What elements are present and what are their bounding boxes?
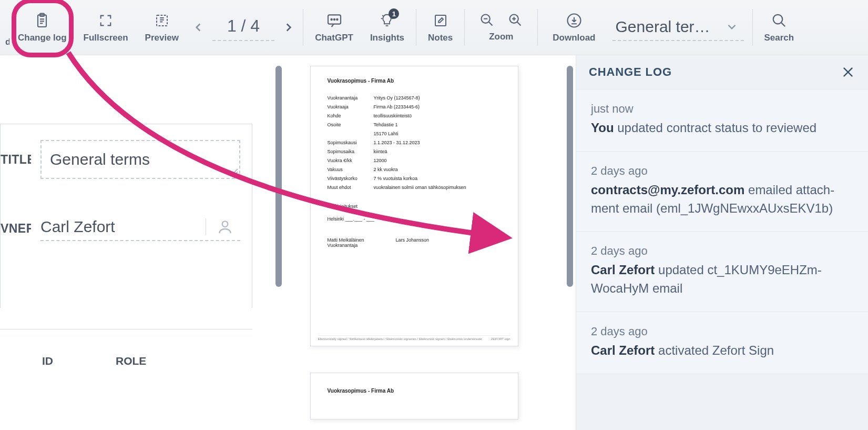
entry-time: 2 days ago — [591, 244, 853, 258]
svg-line-20 — [517, 22, 521, 26]
chevron-down-icon — [725, 20, 739, 34]
svg-point-9 — [336, 19, 338, 20]
svg-rect-15 — [435, 15, 446, 26]
search-icon — [770, 12, 788, 29]
chat-icon — [325, 12, 343, 29]
title-value: General terms — [50, 151, 150, 168]
doc-footer-left: Electronically signed / Sähköisesti alle… — [318, 337, 482, 341]
document-dropdown[interactable]: General ter… — [612, 14, 744, 41]
zoom-label: Zoom — [489, 32, 513, 42]
download-button[interactable]: Download — [541, 4, 607, 51]
separator — [752, 9, 753, 46]
document-viewer[interactable]: Vuokrasopimus - Firma Ab VuokranantajaYr… — [252, 55, 576, 430]
insights-button[interactable]: 1 Insights — [362, 4, 413, 51]
notes-icon — [432, 12, 450, 29]
svg-point-24 — [773, 15, 783, 24]
svg-line-17 — [489, 22, 493, 26]
doc-title: Vuokrasopimus - Firma Ab — [328, 78, 501, 84]
document-page-1[interactable]: Vuokrasopimus - Firma Ab VuokranantajaYr… — [310, 66, 518, 346]
notes-label: Notes — [428, 33, 453, 43]
close-button[interactable] — [841, 65, 855, 79]
clipboard-icon — [33, 12, 51, 29]
svg-line-13 — [383, 15, 384, 16]
prev-page-button[interactable] — [191, 17, 205, 38]
change-log-heading: CHANGE LOG — [589, 65, 672, 79]
title-label: TITLE — [1, 153, 31, 167]
doc-row: 15170 Lahti — [328, 131, 501, 136]
doc-row: VuokranantajaYritys Oy (1234567-8) — [328, 95, 501, 101]
change-log-label: Change log — [18, 33, 67, 43]
preview-button[interactable]: Preview — [137, 4, 187, 51]
doc-row: Sopimusaikakiinteä — [328, 149, 501, 154]
svg-rect-5 — [157, 15, 167, 26]
chatgpt-label: ChatGPT — [315, 33, 353, 43]
owner-field[interactable]: Carl Zefort — [40, 216, 240, 241]
signer1-name: Matti Meikäläinen — [328, 237, 364, 243]
doc-row: VuokraajaFirma Ab (2233445-6) — [328, 104, 501, 109]
chatgpt-button[interactable]: ChatGPT — [307, 4, 362, 51]
doc-row: Vakuus2 kk vuokra — [328, 167, 501, 172]
change-log-list[interactable]: just nowYou updated contract status to r… — [576, 89, 868, 374]
fullscreen-label: Fullscreen — [84, 33, 128, 43]
entry-text: Carl Zefort activated Zefort Sign — [591, 342, 853, 360]
entry-time: 2 days ago — [591, 325, 853, 338]
search-button[interactable]: Search — [756, 4, 803, 51]
separator — [416, 9, 416, 46]
separator — [537, 9, 538, 46]
toolbar: d Change log Fullscreen Preview 1 / 4 Ch… — [0, 0, 868, 55]
entry-text: Carl Zefort updated ct_1KUMY9eEHZm­WocaH… — [591, 261, 853, 298]
insights-badge: 1 — [389, 8, 399, 19]
search-label: Search — [764, 33, 794, 43]
change-log-button[interactable]: Change log — [9, 4, 75, 51]
download-label: Download — [553, 33, 595, 43]
preview-label: Preview — [145, 33, 179, 43]
zoom-out-button[interactable] — [479, 13, 494, 27]
owner-value: Carl Zefort — [40, 218, 115, 236]
change-log-entry[interactable]: 2 days agoCarl Zefort activated Zefort S… — [576, 312, 868, 374]
entry-text: You updated contract status to reviewed — [591, 119, 853, 137]
change-log-panel: CHANGE LOG just nowYou updated contract … — [576, 55, 868, 430]
svg-line-25 — [781, 23, 785, 26]
signer1-role: Vuokranantaja — [328, 243, 364, 248]
svg-point-8 — [333, 19, 334, 20]
sign-city: Helsinki ___.___ - ___ — [328, 216, 501, 222]
entry-time: just now — [591, 102, 853, 116]
change-log-entry[interactable]: 2 days agocontracts@my.zefort.com emaile… — [576, 152, 868, 232]
title-input[interactable]: General terms — [40, 140, 240, 179]
zoom-in-button[interactable] — [508, 13, 523, 27]
next-page-button[interactable] — [282, 17, 295, 38]
parties-table: ID ROLE — [0, 329, 252, 372]
close-icon — [841, 65, 855, 79]
dropdown-label: General ter… — [616, 18, 714, 36]
doc-title-2: Vuokrasopimus - Firma Ab — [328, 388, 501, 394]
separator — [464, 9, 465, 46]
entry-time: 2 days ago — [591, 164, 853, 178]
document-page-2[interactable]: Vuokrasopimus - Firma Ab — [310, 373, 518, 419]
fullscreen-icon — [97, 12, 115, 29]
doc-row: Viivästyskorko7 % vuotuista korkoa — [328, 176, 501, 181]
signatures-heading: Allekirjoitukset — [328, 204, 501, 209]
fullscreen-button[interactable]: Fullscreen — [75, 4, 137, 51]
scrollbar[interactable] — [275, 66, 282, 287]
truncated-label: d — [5, 37, 9, 47]
svg-point-27 — [222, 221, 228, 227]
zoom-group: Zoom — [468, 4, 534, 51]
page-indicator[interactable]: 1 / 4 — [212, 14, 274, 41]
notes-button[interactable]: Notes — [420, 4, 461, 51]
separator — [303, 9, 303, 46]
entry-text: contracts@my.zefort.com emailed attach­m… — [591, 181, 853, 218]
doc-row: Sopimuskausi1.1.2023 - 31.12.2023 — [328, 140, 501, 145]
resize-handle-icon[interactable] — [230, 169, 238, 176]
change-log-entry[interactable]: 2 days agoCarl Zefort updated ct_1KUMY9e… — [576, 232, 868, 312]
owner-label: VNER — [1, 222, 31, 236]
scrollbar[interactable] — [567, 66, 573, 287]
id-header: ID — [37, 351, 95, 372]
person-icon[interactable] — [206, 218, 236, 235]
signer2-name: Lars Johansson — [396, 237, 430, 243]
download-icon — [565, 12, 583, 29]
svg-point-7 — [331, 19, 332, 20]
doc-row: Kohdeteollisuuskiinteistö — [328, 113, 501, 118]
doc-row: Muut ehdotvuokralainen solmii oman sähkö… — [328, 185, 501, 190]
change-log-entry[interactable]: just nowYou updated contract status to r… — [576, 89, 868, 152]
doc-footer-right: ZEFORT sign — [491, 337, 510, 341]
